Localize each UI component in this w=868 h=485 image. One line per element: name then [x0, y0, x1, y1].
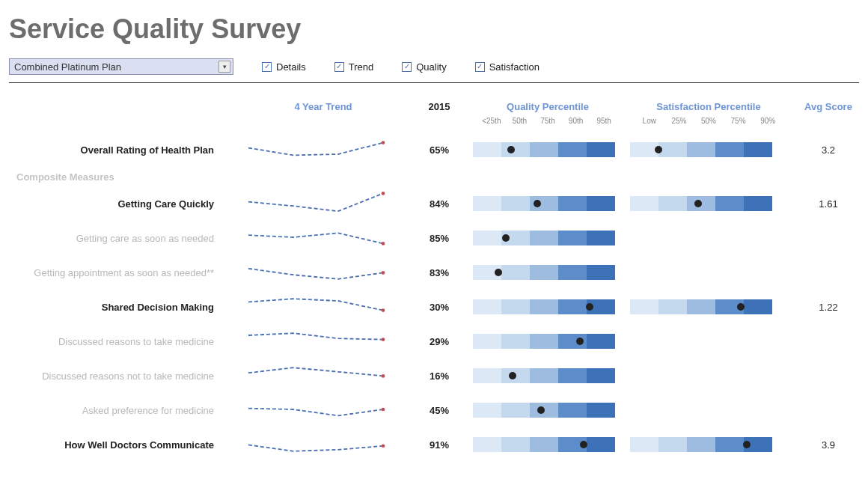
- row-avg: 3.9: [795, 439, 862, 451]
- svg-point-6: [382, 374, 385, 378]
- checkbox-trend[interactable]: ✓ Trend: [334, 61, 373, 73]
- row-label: Overall Rating of Health Plan: [9, 144, 233, 156]
- row-label: Getting appointment as soon as needed**: [9, 267, 233, 278]
- tick-label: 25%: [664, 117, 694, 125]
- quality-cell: [473, 366, 623, 385]
- bullet-chart: [473, 332, 615, 351]
- sparkline: [241, 430, 406, 460]
- tick-label: 95th: [590, 117, 618, 125]
- sparkline: [241, 293, 406, 322]
- plan-select[interactable]: Combined Platinum Plan ▾: [9, 58, 233, 75]
- svg-point-3: [382, 271, 385, 275]
- svg-point-5: [382, 338, 385, 341]
- bullet-chart: [630, 140, 772, 159]
- checkbox-quality[interactable]: ✓ Quality: [402, 61, 446, 73]
- table-row: Discussed reasons to take medicine 29%: [9, 324, 859, 359]
- quality-cell: [473, 263, 623, 282]
- quality-cell: [473, 194, 623, 213]
- quality-cell: [473, 332, 623, 351]
- checkmark-icon: ✓: [334, 62, 344, 72]
- row-label: Asked preference for medicine: [9, 405, 233, 416]
- svg-point-7: [382, 407, 385, 411]
- plan-select-value: Combined Platinum Plan: [14, 61, 121, 73]
- header-avg: Avg Score: [795, 101, 862, 112]
- tick-label: 75th: [534, 117, 562, 125]
- satisfaction-cell: [630, 435, 787, 454]
- row-avg: 1.22: [795, 302, 862, 313]
- divider: [9, 82, 859, 83]
- quality-ticks: <25th 50th 75th 90th 95th: [473, 117, 623, 125]
- table-row: Shared Decision Making 30% 1.22: [9, 290, 859, 324]
- header-trend: 4 Year Trend: [241, 101, 406, 112]
- bullet-chart: [473, 140, 615, 159]
- checkbox-label: Trend: [349, 61, 373, 73]
- bullet-chart: [473, 400, 615, 420]
- tick-label: 50th: [506, 117, 534, 125]
- bullet-chart: [473, 435, 615, 454]
- sparkline: [241, 327, 406, 356]
- svg-point-4: [382, 308, 385, 312]
- table-row: Discussed reasons not to take medicine 1…: [9, 359, 859, 393]
- row-label: Getting Care Quickly: [9, 198, 233, 210]
- checkmark-icon: ✓: [402, 62, 412, 72]
- row-label: Discussed reasons not to take medicine: [9, 370, 233, 382]
- controls-bar: Combined Platinum Plan ▾ ✓ Details ✓ Tre…: [9, 58, 859, 75]
- checkbox-label: Details: [276, 61, 306, 73]
- row-percent: 85%: [413, 233, 465, 244]
- satisfaction-cell: [630, 194, 787, 213]
- row-percent: 84%: [413, 198, 465, 210]
- section-label: Composite Measures: [9, 171, 233, 183]
- svg-point-2: [382, 242, 385, 245]
- svg-point-0: [382, 141, 385, 144]
- tick-label: 75%: [724, 117, 754, 125]
- chevron-down-icon[interactable]: ▾: [218, 61, 230, 73]
- row-percent: 45%: [413, 405, 465, 416]
- bullet-chart: [473, 297, 615, 317]
- svg-point-8: [382, 444, 385, 448]
- tick-label: 90%: [753, 117, 783, 125]
- data-rows: Overall Rating of Health Plan 65% 3.2Com…: [9, 132, 859, 462]
- sparkline: [241, 189, 406, 219]
- sparkline: [241, 224, 406, 253]
- row-percent: 91%: [413, 439, 465, 451]
- svg-point-1: [382, 192, 385, 195]
- quality-cell: [473, 228, 623, 248]
- bullet-chart: [473, 366, 615, 385]
- quality-cell: [473, 297, 623, 317]
- row-label: Discussed reasons to take medicine: [9, 336, 233, 347]
- checkbox-satisfaction[interactable]: ✓ Satisfaction: [475, 61, 540, 73]
- quality-cell: [473, 400, 623, 420]
- row-percent: 65%: [413, 144, 465, 156]
- table-row: Overall Rating of Health Plan 65% 3.2: [9, 132, 859, 167]
- tick-label: 90th: [562, 117, 590, 125]
- sparkline: [241, 362, 406, 391]
- satisfaction-cell: [630, 140, 787, 159]
- column-headers: 4 Year Trend 2015 Quality Percentile Sat…: [9, 101, 859, 112]
- table-row: Getting appointment as soon as needed** …: [9, 255, 859, 290]
- row-percent: 29%: [413, 336, 465, 347]
- checkbox-details[interactable]: ✓ Details: [262, 61, 306, 73]
- table-row: Getting care as soon as needed 85%: [9, 221, 859, 255]
- tick-labels-row: <25th 50th 75th 90th 95th Low 25% 50% 75…: [9, 114, 859, 125]
- bullet-chart: [473, 263, 615, 282]
- row-avg: 1.61: [795, 198, 862, 210]
- checkbox-label: Quality: [416, 61, 446, 73]
- bullet-chart: [630, 435, 772, 454]
- row-percent: 16%: [413, 370, 465, 382]
- row-percent: 30%: [413, 302, 465, 313]
- sparkline: [241, 135, 406, 165]
- row-label: How Well Doctors Communicate: [9, 439, 233, 451]
- tick-label: 50%: [694, 117, 724, 125]
- page-title: Service Quality Survey: [9, 13, 859, 45]
- row-percent: 83%: [413, 267, 465, 278]
- quality-cell: [473, 140, 623, 159]
- table-row: Getting Care Quickly 84% 1.61: [9, 186, 859, 221]
- bullet-chart: [630, 194, 772, 213]
- checkmark-icon: ✓: [475, 62, 485, 72]
- table-row: How Well Doctors Communicate 91% 3.9: [9, 427, 859, 462]
- bullet-chart: [473, 228, 615, 248]
- tick-label: Low: [635, 117, 664, 125]
- checkmark-icon: ✓: [262, 62, 272, 72]
- row-label: Shared Decision Making: [9, 302, 233, 313]
- satisfaction-ticks: Low 25% 50% 75% 90%: [630, 117, 787, 125]
